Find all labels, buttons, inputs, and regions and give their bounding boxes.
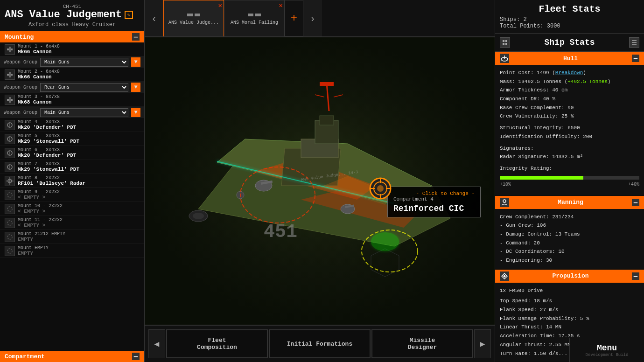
mount-7-icon: [5, 162, 15, 172]
svg-point-57: [377, 185, 384, 192]
mount-8-icon: [5, 176, 15, 186]
propulsion-section-header: Propulsion —: [495, 270, 644, 283]
weapon-group-1-select[interactable]: Main Guns Rear Guns: [40, 58, 128, 67]
mount-6[interactable]: Mount 6 - 3x4x3 Mk20 'Defender' PDT: [0, 146, 144, 160]
mount-8[interactable]: Mount 8 - 2x2x2 RF101 'Bullseye' Radar: [0, 174, 144, 188]
ship-stats-view-btn-1[interactable]: [500, 37, 510, 48]
hull-stats: Point Cost: 1499 (Breakdown) Mass: 13492…: [495, 65, 644, 195]
bottom-tab-missile-designer[interactable]: MissileDesigner: [371, 329, 473, 358]
hull-section: Hull — Point Cost: 1499 (Breakdown) Mass…: [495, 52, 644, 195]
mount-21212-icon: [5, 232, 15, 242]
svg-point-21: [7, 249, 12, 253]
bottom-nav-next[interactable]: ▶: [474, 329, 491, 358]
integrity-bar: +10% +40%: [500, 176, 639, 188]
ship-tab-1-name: ANS Value Judge...: [168, 20, 219, 25]
svg-point-19: [7, 221, 12, 225]
manning-icon: [500, 198, 509, 207]
mount-9[interactable]: Mount 9 - 2x2x2 < EMPTY >: [0, 188, 144, 202]
mount-4[interactable]: Mount 4 - 3x4x3 Mk20 'Defender' PDT: [0, 118, 144, 132]
compartment-header: Compartment 4: [393, 196, 475, 202]
bottom-tabs: ◀ FleetComposition Initial Formations Mi…: [145, 325, 495, 362]
svg-rect-63: [505, 40, 507, 42]
manning-stats: Crew Complement: 231/234 - Gun Crew: 106…: [495, 209, 644, 269]
mount-11[interactable]: Mount 11 - 2x2x2 < EMPTY >: [0, 216, 144, 230]
mount-1-icon: [5, 44, 15, 55]
svg-rect-1: [9, 47, 11, 52]
svg-point-71: [503, 200, 506, 202]
mount-5-icon: [5, 134, 15, 144]
mounting-section-header: Mounting —: [0, 31, 144, 42]
compartment-collapse-btn[interactable]: —: [132, 353, 140, 360]
ship-tabs: ‹ ANS Value Judge... ✕ ANS Moral Failing…: [145, 0, 495, 37]
svg-point-17: [7, 193, 12, 197]
mount-7[interactable]: Mount 7 - 3x4x3 Mk29 'Stonewall' PDT: [0, 160, 144, 174]
fleet-stats-header: Fleet Stats Ships: 2 Total Points: 3000: [495, 0, 644, 34]
tab-prev-btn[interactable]: ‹: [145, 0, 163, 36]
ship-tab-1-close[interactable]: ✕: [218, 1, 222, 9]
fleet-stats-title: Fleet Stats: [500, 4, 639, 14]
ship-class: Axford class Heavy Cruiser: [5, 21, 140, 28]
mount-1[interactable]: Mount 1 - 6x4x8 Mk66 Cannon: [0, 42, 144, 56]
hull-section-header: Hull —: [495, 52, 644, 65]
mounting-collapse-btn[interactable]: —: [132, 33, 140, 41]
ship-tab-2[interactable]: ANS Moral Failing ✕: [224, 0, 285, 36]
manning-section: Manning — Crew Complement: 231/234 - Gun…: [495, 196, 644, 269]
svg-rect-62: [503, 40, 504, 42]
manning-collapse-btn[interactable]: —: [632, 199, 639, 206]
mount-10[interactable]: Mount 10 - 2x2x2 < EMPTY >: [0, 202, 144, 216]
mount-9-icon: [5, 190, 15, 200]
bottom-tab-fleet-composition[interactable]: FleetComposition: [166, 329, 268, 358]
ship-viewport[interactable]: 451 ANS Value Judge... 14-1: [145, 37, 495, 325]
menu-button[interactable]: Menu: [597, 343, 617, 353]
ship-stats-title: Ship Stats: [510, 38, 629, 47]
compartment-tooltip[interactable]: - Click to Change - Compartment 4 Reinfo…: [387, 187, 481, 217]
svg-point-54: [193, 213, 204, 219]
ship-stats-title-bar: Ship Stats: [495, 34, 644, 52]
hull-icon: [500, 54, 509, 63]
svg-rect-23: [195, 14, 200, 16]
mount-5[interactable]: Mount 5 - 3x4x3 Mk29 'Stonewall' PDT: [0, 132, 144, 146]
compartment-icon[interactable]: [369, 177, 392, 202]
mount-empty[interactable]: Mount EMPTY EMPTY: [0, 244, 144, 258]
propulsion-collapse-btn[interactable]: —: [632, 272, 639, 280]
hull-collapse-btn[interactable]: —: [632, 55, 639, 62]
bottom-nav-prev[interactable]: ◀: [148, 329, 165, 358]
mount-2-icon: [5, 70, 15, 80]
tab-next-btn[interactable]: ›: [303, 0, 322, 36]
mount-3-icon: [5, 95, 15, 105]
weapon-group-1: Weapon Group Main Guns Rear Guns ▼: [0, 56, 144, 68]
ship-tab-1[interactable]: ANS Value Judge... ✕: [163, 0, 224, 36]
weapon-group-2-select[interactable]: Rear Guns Main Guns: [40, 83, 128, 92]
weapon-group-1-dropdown[interactable]: ▼: [131, 57, 140, 67]
ship-tab-2-name: ANS Moral Failing: [231, 20, 278, 25]
weapon-group-2-dropdown[interactable]: ▼: [131, 83, 140, 92]
left-panel: CH-451 ANS Value Judgement ✎ Axford clas…: [0, 0, 145, 362]
svg-rect-34: [320, 116, 334, 125]
mount-empty-icon: [5, 246, 15, 256]
svg-point-20: [7, 235, 12, 239]
right-panel: Fleet Stats Ships: 2 Total Points: 3000 …: [495, 0, 644, 362]
edit-ship-name-icon[interactable]: ✎: [125, 11, 133, 19]
mount-2[interactable]: Mount 2 - 6x4x8 Mk66 Cannon: [0, 68, 144, 82]
mount-3[interactable]: Mount 3 - 8x7x8 Mk68 Cannon: [0, 93, 144, 107]
tab-add-btn[interactable]: +: [285, 0, 303, 36]
ship-tab-2-close[interactable]: ✕: [279, 1, 283, 9]
click-to-change-label: - Click to Change -: [393, 191, 475, 196]
ship-name: ANS Value Judgement ✎: [5, 9, 140, 21]
svg-rect-36: [320, 82, 334, 86]
ship-stats-view-btn-2[interactable]: [629, 37, 639, 48]
dev-build-bottom: Development Build: [586, 353, 629, 357]
mount-21212[interactable]: Mount 21212 EMPTY EMPTY: [0, 230, 144, 244]
svg-rect-5: [9, 97, 11, 103]
weapon-group-2: Weapon Group Rear Guns Main Guns ▼: [0, 82, 144, 93]
weapon-group-3-select[interactable]: Main Guns Rear Guns: [40, 108, 128, 117]
svg-point-50: [371, 232, 399, 251]
mounting-list: Mount 1 - 6x4x8 Mk66 Cannon Weapon Group…: [0, 42, 144, 351]
bottom-tab-initial-formations[interactable]: Initial Formations: [269, 329, 371, 358]
breakdown-link[interactable]: Breakdown: [555, 70, 583, 76]
svg-rect-65: [505, 43, 507, 45]
ship-header: CH-451 ANS Value Judgement ✎ Axford clas…: [0, 0, 144, 31]
weapon-group-3-dropdown[interactable]: ▼: [131, 108, 140, 117]
propulsion-icon: [500, 272, 509, 281]
compartment-bar: Compartment —: [0, 351, 144, 362]
